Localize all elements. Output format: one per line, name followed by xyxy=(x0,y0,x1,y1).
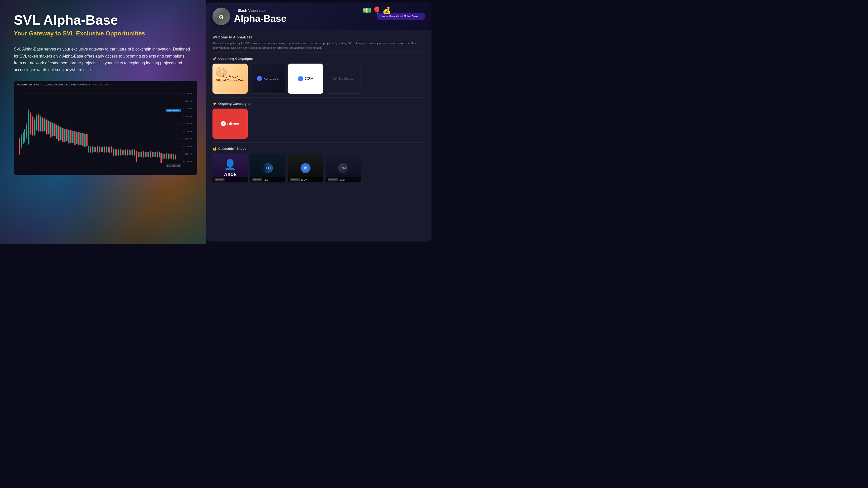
slash-icon: ✓ xyxy=(234,9,236,12)
app-header: α ✓ Slash Vision Labs Alpha-Base 💵 🎈 💰 L… xyxy=(206,2,432,30)
svg-rect-62 xyxy=(58,126,60,141)
page-subtitle: Your Gateway to SVL Exclusive Opportunit… xyxy=(14,30,192,37)
welcome-section: Welcome to Alpha-Base The exclusive gate… xyxy=(206,30,432,53)
kanalabs-name: kanalabs xyxy=(264,77,279,81)
welcome-title: Welcome to Alpha-Base xyxy=(213,35,425,39)
header-decorations: 💵 🎈 💰 xyxy=(362,6,391,14)
ongoing-icon: ⚡ xyxy=(213,101,217,105)
campaign-card-chiton[interactable]: 🍪 ちいたんのOfficial Chiton○Coin xyxy=(213,64,248,94)
svg-text:0.024000: 0.024000 xyxy=(183,107,192,110)
ongoing-cards-grid: Bifrost xyxy=(213,108,425,139)
brand-name: Slash Vision Labs xyxy=(238,8,266,12)
svg-text:0.025000: 0.025000 xyxy=(183,100,192,102)
page-description: SVL Alpha-Base serves as your exclusive … xyxy=(14,46,192,73)
svg-text:0.012000: 0.012000 xyxy=(183,153,192,155)
chart-body: 0.026000 0.025000 0.024000 0.022000 0.02… xyxy=(17,87,195,173)
svg-text:0.016000: 0.016000 xyxy=(183,138,192,140)
upcoming-cards-grid: 🍪 ちいたんのOfficial Chiton○Coin kanalabs C C… xyxy=(213,64,425,94)
svg-rect-174 xyxy=(160,153,162,163)
svg-text:0.020000: 0.020000 xyxy=(183,123,192,125)
chart-header: SVLUSDT · 1D · Bybit O 0.009920 H 0.0098… xyxy=(17,84,195,86)
campaign-card-coming-soon: Coming Soon... xyxy=(326,64,361,94)
kanalabs-dot xyxy=(257,76,262,81)
alice-text: Alice xyxy=(224,172,236,177)
claimable-section-title: 💰 Claimable / Ended xyxy=(213,147,425,151)
svg-text:0.014000: 0.014000 xyxy=(183,145,192,148)
claimable-icon: 💰 xyxy=(213,147,217,151)
claimable-card-icon[interactable]: IC Ended ICON xyxy=(288,154,323,183)
svg-rect-48 xyxy=(44,119,45,131)
right-panel: α ✓ Slash Vision Labs Alpha-Base 💵 🎈 💰 L… xyxy=(206,2,432,241)
bifrost-name: Bifrost xyxy=(227,122,239,126)
welcome-description: The exclusive gateway for SVL stakers to… xyxy=(213,41,425,50)
header-title: Alpha-Base xyxy=(234,13,373,24)
svg-rect-76 xyxy=(72,131,73,143)
claimable-section: 💰 Claimable / Ended 👤 Alice Ended TL xyxy=(206,143,432,186)
rum-logo: RM xyxy=(338,163,348,173)
ongoing-campaigns-section: ⚡ Ongoing Campaigns Bifrost xyxy=(206,98,432,142)
page-title: SVL Alpha-Base xyxy=(14,12,192,27)
claimable-card-tle[interactable]: TL Ended TLE xyxy=(250,154,285,183)
app-logo: α xyxy=(213,7,230,25)
decoration-icon-2: 🎈 xyxy=(372,6,381,14)
left-content: SVL Alpha-Base Your Gateway to SVL Exclu… xyxy=(0,0,206,188)
decoration-icon-1: 💵 xyxy=(362,6,371,14)
svg-text:0.022000: 0.022000 xyxy=(183,115,192,117)
claimable-card-alice[interactable]: 👤 Alice Ended xyxy=(213,154,248,183)
svg-rect-72 xyxy=(68,130,69,143)
chart-symbol: SVLUSDT · 1D · Bybit xyxy=(17,84,39,86)
alice-figure: 👤 xyxy=(224,159,236,171)
icon-name: ICON xyxy=(301,178,308,181)
claimable-cards-grid: 👤 Alice Ended TL Ended TLE xyxy=(213,154,425,183)
alice-ended-badge: Ended xyxy=(215,178,224,182)
icon-logo: IC xyxy=(301,163,311,173)
coming-soon-text: Coming Soon... xyxy=(333,77,354,80)
svg-text:Low 0.001900: Low 0.001900 xyxy=(167,165,180,167)
svg-rect-58 xyxy=(54,124,56,136)
tle-name: TLE xyxy=(264,178,268,181)
svg-text:High 0.023660: High 0.023660 xyxy=(167,109,180,112)
external-link-icon: ↗ xyxy=(419,15,421,18)
campaign-card-bifrost[interactable]: Bifrost xyxy=(213,108,248,139)
bifrost-icon xyxy=(221,121,226,126)
chart-change: -0.000182 (-1.85%) xyxy=(92,84,112,86)
claimable-card-rum[interactable]: RM Ended RUM xyxy=(326,154,361,183)
svg-text:0.018000: 0.018000 xyxy=(183,130,192,132)
decoration-icon-3: 💰 xyxy=(382,6,391,14)
svg-text:0.026000: 0.026000 xyxy=(183,93,192,95)
icon-ended-badge: Ended xyxy=(290,178,300,182)
svg-text:0.010000: 0.010000 xyxy=(183,160,192,163)
chart-ohlc: O 0.009920 H 0.009878 L 0.009514 C 0.009… xyxy=(41,84,90,86)
upcoming-campaigns-section: 🚀 Upcoming Campaigns 🍪 ちいたんのOfficial Chi… xyxy=(206,53,432,98)
upcoming-section-title: 🚀 Upcoming Campaigns xyxy=(213,57,425,61)
price-chart: SVLUSDT · 1D · Bybit O 0.009920 H 0.0098… xyxy=(14,81,197,175)
c2e-icon: C xyxy=(298,76,303,82)
ongoing-section-title: ⚡ Ongoing Campaigns xyxy=(213,101,425,105)
rum-ended-badge: Ended xyxy=(328,178,338,182)
campaign-card-kanalabs[interactable]: kanalabs xyxy=(250,64,285,94)
header-text: ✓ Slash Vision Labs Alpha-Base xyxy=(234,8,373,24)
svg-rect-44 xyxy=(40,117,41,131)
c2e-name: C2E xyxy=(305,76,313,82)
tle-ended-badge: Ended xyxy=(252,178,262,182)
tle-logo: TL xyxy=(263,163,273,173)
upcoming-icon: 🚀 xyxy=(213,57,217,61)
campaign-card-c2e[interactable]: C C2E xyxy=(288,64,323,94)
header-brand: ✓ Slash Vision Labs xyxy=(234,8,373,12)
chart-svg: 0.026000 0.025000 0.024000 0.022000 0.02… xyxy=(17,87,195,173)
left-panel: SVL Alpha-Base Your Gateway to SVL Exclu… xyxy=(0,0,206,244)
rum-name: RUM xyxy=(339,178,345,181)
